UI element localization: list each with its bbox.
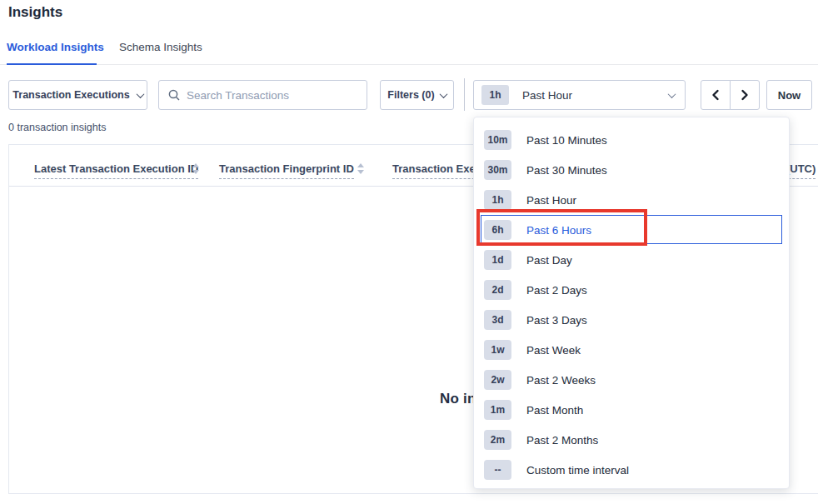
time-option-badge: 1h xyxy=(484,190,511,210)
chevron-down-icon xyxy=(439,90,447,98)
sort-icon[interactable] xyxy=(192,163,199,174)
time-option-label: Past 2 Months xyxy=(526,434,598,447)
column-header-transaction-fingerprint-id[interactable]: Transaction Fingerprint ID xyxy=(219,162,354,179)
time-option-3d[interactable]: 3dPast 3 Days xyxy=(474,305,789,335)
time-option-badge: 10m xyxy=(484,130,511,150)
time-range-label: Past Hour xyxy=(522,89,669,102)
time-option-badge: -- xyxy=(484,460,511,480)
search-icon xyxy=(168,89,180,101)
time-interval-dropdown: 10mPast 10 Minutes30mPast 30 Minutes1hPa… xyxy=(473,117,790,489)
chevron-right-icon xyxy=(740,89,750,101)
time-option-label: Past Week xyxy=(526,344,581,357)
toolbar-divider xyxy=(464,78,465,111)
insights-count: 0 transaction insights xyxy=(8,122,106,133)
chevron-left-icon xyxy=(711,89,721,101)
now-button[interactable]: Now xyxy=(766,80,812,110)
time-option-label: Past 30 Minutes xyxy=(526,164,607,177)
chevron-down-icon xyxy=(668,90,676,98)
time-option-badge: 3d xyxy=(484,310,511,330)
time-option-label: Custom time interval xyxy=(526,464,629,477)
prev-interval-button[interactable] xyxy=(701,80,731,110)
time-interval-select[interactable]: 1h Past Hour xyxy=(473,80,686,110)
tab-bar: Workload Insights Schema Insights xyxy=(0,37,818,65)
time-option-custom[interactable]: --Custom time interval xyxy=(474,455,789,485)
time-option-badge: 2m xyxy=(484,430,511,450)
insights-page: Insights Workload Insights Schema Insigh… xyxy=(0,0,818,504)
filters-button[interactable]: Filters (0) xyxy=(380,80,454,110)
sort-icon[interactable] xyxy=(357,163,364,174)
time-option-30m[interactable]: 30mPast 30 Minutes xyxy=(474,155,789,185)
chevron-down-icon xyxy=(136,90,144,98)
transaction-type-label: Transaction Executions xyxy=(12,89,129,101)
time-option-badge: 1m xyxy=(484,400,511,420)
time-option-label: Past Hour xyxy=(526,194,576,207)
time-option-label: Past 10 Minutes xyxy=(526,134,607,147)
page-title: Insights xyxy=(8,4,62,21)
search-box[interactable] xyxy=(158,80,367,110)
time-option-badge: 6h xyxy=(484,220,511,240)
time-option-2m[interactable]: 2mPast 2 Months xyxy=(474,425,789,455)
time-option-2d[interactable]: 2dPast 2 Days xyxy=(474,275,789,305)
time-option-badge: 2d xyxy=(484,280,511,300)
time-option-badge: 1w xyxy=(484,340,511,360)
time-option-10m[interactable]: 10mPast 10 Minutes xyxy=(474,125,789,155)
filters-label: Filters (0) xyxy=(387,89,434,101)
time-option-1h[interactable]: 1hPast Hour xyxy=(474,185,789,215)
transaction-type-select[interactable]: Transaction Executions xyxy=(8,80,147,110)
time-option-label: Past 2 Days xyxy=(526,284,587,297)
time-option-label: Past 2 Weeks xyxy=(526,374,596,387)
active-tab-underline xyxy=(7,63,97,65)
tab-workload-insights[interactable]: Workload Insights xyxy=(7,41,104,53)
time-option-1w[interactable]: 1wPast Week xyxy=(474,335,789,365)
time-option-2w[interactable]: 2wPast 2 Weeks xyxy=(474,365,789,395)
column-header-latest-transaction-execution-id[interactable]: Latest Transaction Execution ID xyxy=(34,162,198,179)
time-option-badge: 2w xyxy=(484,370,511,390)
time-option-1d[interactable]: 1dPast Day xyxy=(474,245,789,275)
time-range-badge: 1h xyxy=(481,85,509,105)
time-option-badge: 30m xyxy=(484,160,511,180)
time-option-label: Past Month xyxy=(526,404,583,417)
time-option-6h[interactable]: 6hPast 6 Hours xyxy=(474,215,789,245)
time-option-1m[interactable]: 1mPast Month xyxy=(474,395,789,425)
next-interval-button[interactable] xyxy=(730,80,760,110)
time-option-label: Past 6 Hours xyxy=(526,224,591,237)
time-interval-options: 10mPast 10 Minutes30mPast 30 Minutes1hPa… xyxy=(474,125,789,485)
time-option-label: Past Day xyxy=(526,254,572,267)
time-option-label: Past 3 Days xyxy=(526,314,587,327)
search-input[interactable] xyxy=(187,89,367,102)
tab-schema-insights[interactable]: Schema Insights xyxy=(119,41,202,53)
time-option-badge: 1d xyxy=(484,250,511,270)
